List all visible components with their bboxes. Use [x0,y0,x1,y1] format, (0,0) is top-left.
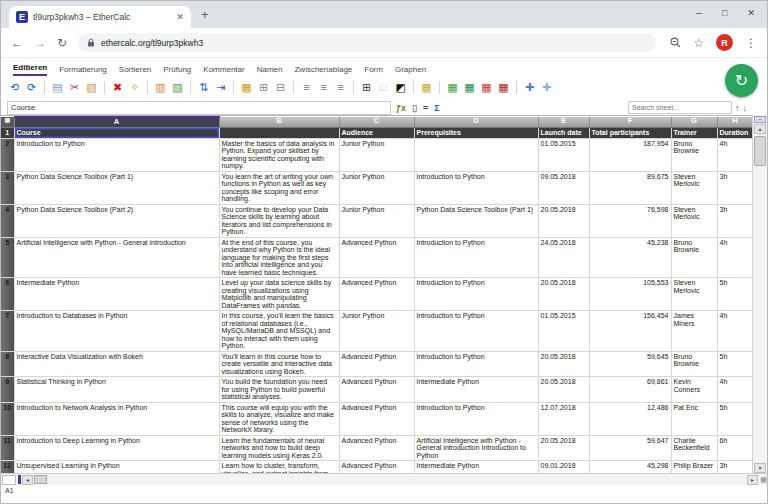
cell[interactable]: Introduction to Python [414,237,538,278]
cell[interactable]: Introduction to Python [414,402,538,435]
row-header[interactable]: 6 [1,278,14,311]
cell[interactable]: 09.05.2018 [538,171,589,204]
row-header[interactable]: 9 [1,377,14,403]
move-horizontal-icon[interactable]: ⇥ [213,79,228,95]
cell[interactable]: Advanced Python [339,435,414,461]
move-vertical-icon[interactable]: ⇅ [196,79,211,95]
cell[interactable]: Pat Eric [671,402,717,435]
browser-tab[interactable]: E tl9urp3pkwh3 – EtherCalc ✕ [9,6,191,28]
cell[interactable]: 5h [717,351,753,377]
cell[interactable]: Steven Merlovic [671,204,717,237]
menu-prüfung[interactable]: Prüfung [163,65,191,76]
lock-cell-icon[interactable]: ▦ [239,79,254,95]
cell[interactable]: Intermediate Python [414,461,538,475]
cell[interactable]: At the end of this course, you understan… [219,237,339,278]
borders-off-icon[interactable]: □ [376,79,391,95]
cell[interactable]: Launch date [538,128,589,139]
cell[interactable]: Advanced Python [339,402,414,435]
new-tab-button[interactable]: + [201,7,209,22]
cell[interactable]: 20.05.2018 [538,278,589,311]
bookmark-star-icon[interactable]: ☆ [693,37,704,49]
cell[interactable]: Advanced Python [339,278,414,311]
copy-icon[interactable]: ▤ [50,79,65,95]
center-pane-icon[interactable]: ✚ [539,79,554,95]
paste-icon[interactable]: ▧ [84,79,99,95]
vertical-scrollbar[interactable]: − ▲ ▼ [752,115,767,473]
cell[interactable]: Advanced Python [339,377,414,403]
menu-namen[interactable]: Namen [257,65,283,76]
cell[interactable]: 69,861 [589,377,671,403]
cell[interactable]: Introduction to Python [414,171,538,204]
row-header[interactable]: 1 [1,128,14,139]
insert-column-icon[interactable]: ▦ [462,79,477,95]
cell[interactable]: Trainer [671,128,717,139]
cell[interactable]: Junior Python [339,311,414,352]
cell[interactable]: Introduction to Python [414,311,538,352]
cell[interactable]: Master the basics of data analysis in Py… [219,138,339,171]
cell[interactable]: In this course, you'll learn the basics … [219,311,339,352]
cell[interactable]: 01.05.2015 [538,138,589,171]
align-center-icon[interactable]: ≡ [316,79,331,95]
multi-sheet-icon[interactable]: ▯ [412,103,417,113]
scroll-up-icon[interactable]: ▲ [754,124,766,134]
column-header-E[interactable]: E [538,117,589,128]
undo-icon[interactable]: ⟲ [7,79,22,95]
cell[interactable]: Introduction to Python [414,351,538,377]
cell[interactable]: 12,486 [589,402,671,435]
cell[interactable]: You'll learn in this course how to creat… [219,351,339,377]
cell[interactable]: Level up your data science skills by cre… [219,278,339,311]
find-previous-icon[interactable]: ↑ [735,103,740,113]
cell[interactable]: Duration [717,128,753,139]
delete-column-icon[interactable]: ▦ [496,79,511,95]
row-header[interactable]: 5 [1,237,14,278]
function-icon[interactable]: ƒx [396,103,406,113]
cell[interactable]: Audience [339,128,414,139]
tab-close-icon[interactable]: ✕ [176,12,184,22]
cell[interactable]: 20.05.2018 [538,204,589,237]
row-header[interactable]: 11 [1,435,14,461]
scroll-left-icon[interactable]: ◂ [22,475,33,485]
back-icon[interactable]: ← [11,37,23,49]
cell[interactable]: Bruno Brownie [671,138,717,171]
cell[interactable]: Statistical Thinking in Python [14,377,219,403]
move-pane-icon[interactable]: ✚ [522,79,537,95]
unmerge-cells-icon[interactable]: ⊟ [273,79,288,95]
redo-icon[interactable]: ⟳ [24,79,39,95]
sum-icon[interactable]: Σ [434,103,439,113]
row-header[interactable]: 10 [1,402,14,435]
browser-menu-icon[interactable]: ⋮ [745,37,757,49]
cell[interactable]: 3h [717,171,753,204]
cell[interactable]: Interactive Data Visualization with Boke… [14,351,219,377]
cell[interactable]: 4h [717,138,753,171]
select-all-corner[interactable]: ▦ [1,117,14,128]
menu-kommentar[interactable]: Kommentar [203,65,244,76]
menu-sortieren[interactable]: Sortieren [119,65,151,76]
cell[interactable]: 59,647 [589,435,671,461]
cell[interactable]: Junior Python [339,138,414,171]
swap-colors-icon[interactable]: ◩ [393,79,408,95]
cell[interactable]: Python Data Science Toolbox (Part 1) [414,204,538,237]
menu-formatierung[interactable]: Formatierung [59,65,107,76]
cell[interactable]: Introduction to Databases in Python [14,311,219,352]
cell[interactable]: Introduction to Python [414,278,538,311]
menu-form[interactable]: Form [364,65,383,76]
cell[interactable]: Junior Python [339,171,414,204]
menu-zwischenablage[interactable]: Zwischenablage [294,65,352,76]
formula-input[interactable] [7,101,391,115]
equals-icon[interactable]: = [423,103,428,113]
cell[interactable]: Learn how to cluster, transform, visuali… [219,461,339,475]
cell[interactable]: Unsupervised Learning in Python [14,461,219,475]
cell[interactable]: Advanced Python [339,461,414,475]
cut-icon[interactable]: ✂ [67,79,82,95]
cell[interactable]: 01.05.2015 [538,311,589,352]
vertical-scroll-thumb[interactable] [754,136,766,166]
cell[interactable]: Advanced Python [339,351,414,377]
sheet-tab-box[interactable] [2,475,16,485]
cell[interactable]: 45,238 [589,237,671,278]
cell[interactable]: This course will equip you with the skil… [219,402,339,435]
cell[interactable]: 5h [717,278,753,311]
row-header[interactable]: 2 [1,138,14,171]
cell[interactable]: Artificial Intelligence with Python - Ge… [14,237,219,278]
pane-resize-icon[interactable]: ▦ [758,475,768,485]
window-maximize-icon[interactable]: □ [722,8,727,18]
